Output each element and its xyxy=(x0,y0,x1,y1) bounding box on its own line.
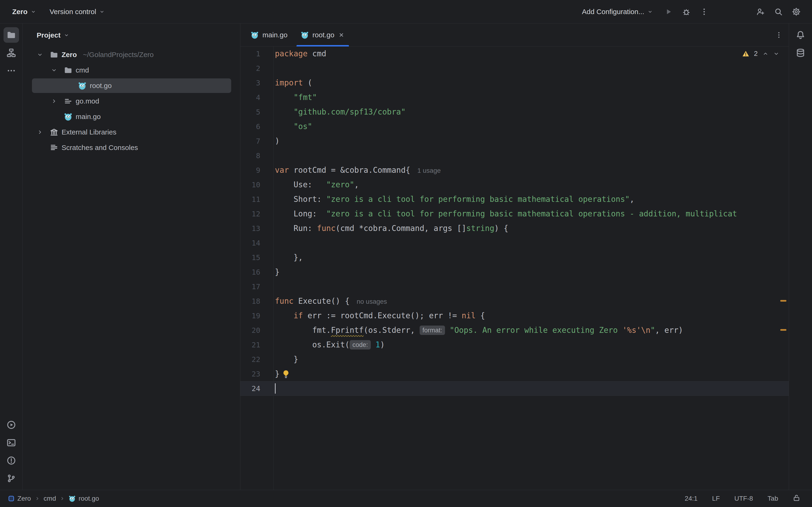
breadcrumbs: Zerocmdroot.go xyxy=(8,495,99,502)
toolbar-action-buttons xyxy=(661,4,711,19)
usage-hint[interactable]: 1 usage xyxy=(417,167,441,174)
code-token: 1 xyxy=(375,340,380,349)
line-number: 15 xyxy=(240,250,273,265)
terminal-toolwindow-button[interactable] xyxy=(4,435,19,450)
usage-hint[interactable]: no usages xyxy=(357,298,387,305)
tree-item-scratches-and-consoles[interactable]: Scratches and Consoles xyxy=(22,140,240,155)
tree-item-root-go[interactable]: root.go xyxy=(22,78,240,94)
code-line-22[interactable]: 22 } xyxy=(240,352,789,367)
chevron-down-icon[interactable] xyxy=(33,52,47,58)
code-line-17[interactable]: 17 xyxy=(240,279,789,294)
code-line-19[interactable]: 19 if err := rootCmd.Execute(); err != n… xyxy=(240,308,789,323)
code-line-16[interactable]: 16} xyxy=(240,265,789,279)
code-line-20[interactable]: 20 fmt.Fprintf(os.Stderr, format: "Oops.… xyxy=(240,323,789,338)
breadcrumb-root-go[interactable]: root.go xyxy=(68,495,99,502)
tree-item-external-libraries[interactable]: External Libraries xyxy=(22,124,240,140)
structure-toolwindow-button[interactable] xyxy=(4,45,19,61)
code-line-10[interactable]: 10 Use: "zero", xyxy=(240,177,789,192)
indent-style[interactable]: Tab xyxy=(764,493,782,504)
tree-item-zero[interactable]: Zero~/GolandProjects/Zero xyxy=(22,47,240,62)
previous-warning-icon[interactable] xyxy=(762,51,768,57)
toolbar-right: Add Configuration... xyxy=(577,4,804,19)
scrollbar-warning-mark[interactable] xyxy=(780,329,786,331)
tab-main-go[interactable]: main.go xyxy=(244,23,294,46)
code-line-content: var rootCmd = &cobra.Command{1 usage xyxy=(273,163,789,177)
project-panel-header[interactable]: Project xyxy=(22,23,240,47)
database-toolwindow-button[interactable] xyxy=(793,45,808,61)
chevron-right-icon[interactable] xyxy=(47,98,61,104)
code-line-13[interactable]: 13 Run: func(cmd *cobra.Command, args []… xyxy=(240,221,789,236)
code-line-21[interactable]: 21 os.Exit(code: 1) xyxy=(240,338,789,352)
tree-item-label: root.go xyxy=(90,82,112,90)
debug-icon xyxy=(682,7,691,16)
folder-toolwindow-button[interactable] xyxy=(4,27,19,43)
close-tab-icon[interactable] xyxy=(338,32,345,38)
code-line-15[interactable]: 15 }, xyxy=(240,250,789,265)
notifications-toolwindow-button[interactable] xyxy=(793,27,808,43)
tab-options-icon[interactable] xyxy=(775,31,782,39)
code-editor[interactable]: 1package cmd23import (4 "fmt"5 "github.c… xyxy=(240,47,789,490)
code-line-content xyxy=(273,279,789,294)
code-area[interactable]: 1package cmd23import (4 "fmt"5 "github.c… xyxy=(240,47,789,396)
code-line-1[interactable]: 1package cmd xyxy=(240,47,789,61)
chevron-down-icon[interactable] xyxy=(47,67,61,73)
breadcrumb-zero[interactable]: Zero xyxy=(8,495,31,502)
breadcrumb-label: root.go xyxy=(79,495,99,502)
tree-item-main-go[interactable]: main.go xyxy=(22,109,240,124)
more-horizontal-toolwindow-button[interactable] xyxy=(4,63,19,78)
code-token: } xyxy=(275,267,280,277)
inlay-hint[interactable]: code: xyxy=(350,340,371,349)
scrollbar-warning-mark[interactable] xyxy=(780,300,786,301)
tree-item-go-mod[interactable]: go.mod xyxy=(22,94,240,109)
next-warning-icon[interactable] xyxy=(773,51,779,57)
caret-position[interactable]: 24:1 xyxy=(681,493,701,504)
project-menu[interactable]: Zero xyxy=(7,5,41,18)
run-button[interactable] xyxy=(661,4,676,19)
line-separator[interactable]: LF xyxy=(708,493,724,504)
toolbar-left: Zero Version control xyxy=(7,5,110,18)
code-line-12[interactable]: 12 Long: "zero is a cli tool for perform… xyxy=(240,207,789,221)
tab-root-go[interactable]: root.go xyxy=(294,23,351,46)
code-line-4[interactable]: 4 "fmt" xyxy=(240,90,789,105)
more-vertical-button[interactable] xyxy=(697,4,711,19)
code-token: (os.Stderr, xyxy=(364,326,420,335)
git-branch-toolwindow-button[interactable] xyxy=(4,471,19,486)
indent-style-label: Tab xyxy=(768,495,778,502)
code-line-content: os.Exit(code: 1) xyxy=(273,338,789,352)
code-line-9[interactable]: 9var rootCmd = &cobra.Command{1 usage xyxy=(240,163,789,177)
inspections-widget[interactable]: 2 xyxy=(742,50,779,58)
search-button[interactable] xyxy=(771,4,786,19)
code-line-24[interactable]: 24 xyxy=(240,381,789,396)
settings-button[interactable] xyxy=(789,4,804,19)
intention-bulb-icon[interactable] xyxy=(282,370,290,378)
code-line-11[interactable]: 11 Short: "zero is a cli tool for perfor… xyxy=(240,192,789,207)
code-token: ( xyxy=(303,78,312,87)
vcs-menu[interactable]: Version control xyxy=(44,5,110,18)
tree-item-cmd[interactable]: cmd xyxy=(22,62,240,78)
run-circle-icon xyxy=(7,420,16,430)
code-token: (cmd *cobra.Command, args [] xyxy=(336,224,466,233)
code-line-14[interactable]: 14 xyxy=(240,236,789,250)
problems-toolwindow-button[interactable] xyxy=(4,453,19,468)
chevron-right-icon[interactable] xyxy=(33,129,47,135)
code-token: os.Exit( xyxy=(275,340,350,349)
code-line-7[interactable]: 7) xyxy=(240,134,789,148)
code-line-5[interactable]: 5 "github.com/spf13/cobra" xyxy=(240,105,789,119)
readonly-toggle[interactable] xyxy=(789,492,804,505)
debug-button[interactable] xyxy=(679,4,694,19)
add-user-button[interactable] xyxy=(753,4,768,19)
code-token: if xyxy=(294,311,303,320)
project-panel-title: Project xyxy=(37,31,61,39)
code-line-3[interactable]: 3import ( xyxy=(240,75,789,90)
code-line-23[interactable]: 23} xyxy=(240,367,789,381)
code-line-8[interactable]: 8 xyxy=(240,148,789,163)
code-line-18[interactable]: 18func Execute() {no usages xyxy=(240,294,789,308)
run-configuration-menu[interactable]: Add Configuration... xyxy=(577,5,658,18)
breadcrumb-cmd[interactable]: cmd xyxy=(44,495,56,502)
inlay-hint[interactable]: format: xyxy=(420,326,445,335)
code-line-6[interactable]: 6 "os" xyxy=(240,119,789,134)
run-circle-toolwindow-button[interactable] xyxy=(4,417,19,433)
encoding[interactable]: UTF-8 xyxy=(731,493,757,504)
code-line-2[interactable]: 2 xyxy=(240,61,789,75)
chevron-down-icon xyxy=(37,52,43,58)
